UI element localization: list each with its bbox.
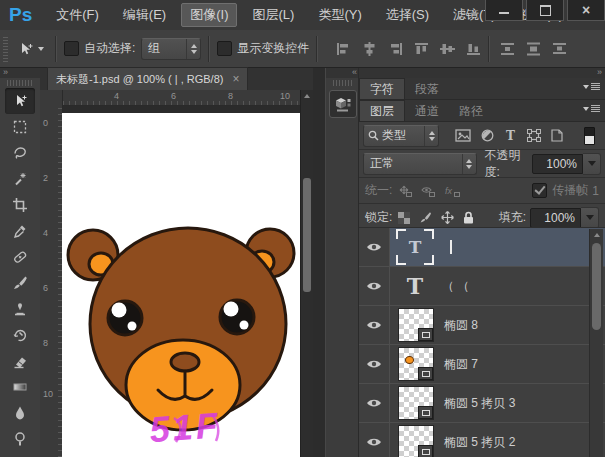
current-tool-preview[interactable]	[14, 41, 48, 57]
layers-panel-menu-button[interactable]	[583, 105, 600, 112]
magic-wand-tool-button[interactable]	[5, 166, 35, 192]
layer-visibility-toggle[interactable]	[359, 306, 390, 344]
layer-name[interactable]: 椭圆 7	[444, 356, 478, 373]
layer-row-shape[interactable]: 椭圆 7	[359, 345, 605, 384]
tab-channels[interactable]: 通道	[405, 101, 449, 121]
rectangular-marquee-tool-button[interactable]	[5, 114, 35, 140]
tab-paths[interactable]: 路径	[449, 101, 493, 121]
align-right-edges-button[interactable]	[387, 41, 403, 56]
layer-visibility-toggle[interactable]	[359, 384, 390, 422]
fill-value[interactable]: 100%	[530, 208, 581, 228]
unify-effects-icon[interactable]: fx	[444, 185, 460, 197]
layers-scrollbar-thumb[interactable]	[592, 243, 601, 330]
blur-tool-button[interactable]	[5, 400, 35, 426]
layer-row-text[interactable]: T （ （	[359, 267, 605, 306]
auto-select-target-dropdown[interactable]: 组	[141, 38, 201, 60]
minimize-button[interactable]	[485, 0, 523, 21]
menu-file[interactable]: 文件(F)	[47, 3, 108, 27]
opacity-value[interactable]: 100%	[532, 154, 583, 174]
document-tab[interactable]: 未标题-1.psd @ 100% ( | , RGB/8) ×	[47, 67, 248, 90]
layer-row-text-editing[interactable]: T	[359, 228, 605, 267]
menu-type[interactable]: 类型(Y)	[309, 3, 370, 27]
lock-image-pixels-icon[interactable]	[419, 211, 432, 224]
filter-shape-layers-icon[interactable]	[527, 129, 541, 142]
layer-row-shape[interactable]: 椭圆 5 拷贝 3	[359, 384, 605, 423]
gradient-tool-button[interactable]	[5, 374, 35, 400]
eraser-tool-button[interactable]	[5, 348, 35, 374]
unify-visibility-icon[interactable]	[421, 185, 435, 197]
horizontal-ruler[interactable]: 4 6 8 10	[63, 90, 301, 106]
filter-pixel-layers-icon[interactable]	[455, 129, 471, 142]
layer-name[interactable]: （ （	[442, 278, 469, 295]
fill-dropdown-button[interactable]	[581, 207, 599, 229]
tools-panel-expand[interactable]: »	[0, 68, 40, 78]
lasso-tool-button[interactable]	[5, 140, 35, 166]
panels-collapse[interactable]: »	[359, 68, 605, 78]
text-layer-thumbnail[interactable]: T	[398, 270, 432, 302]
shape-layer-thumbnail[interactable]	[398, 425, 434, 457]
propagate-frame-checkbox[interactable]	[532, 183, 547, 198]
show-transform-controls-checkbox[interactable]	[217, 41, 232, 56]
shape-layer-thumbnail[interactable]	[398, 308, 434, 342]
opacity-dropdown-button[interactable]	[583, 153, 601, 175]
brush-tool-button[interactable]	[5, 270, 35, 296]
layer-visibility-toggle[interactable]	[359, 345, 390, 383]
menu-image[interactable]: 图像(I)	[181, 3, 237, 27]
menu-select[interactable]: 选择(S)	[377, 3, 438, 27]
lock-position-icon[interactable]	[441, 211, 454, 224]
dock-grip[interactable]	[333, 80, 352, 86]
layer-row-shape[interactable]: 椭圆 8	[359, 306, 605, 345]
filter-adjustment-layers-icon[interactable]	[481, 129, 494, 142]
layer-visibility-toggle[interactable]	[359, 228, 390, 266]
filter-type-layers-icon[interactable]: T	[504, 129, 517, 142]
layer-visibility-toggle[interactable]	[359, 423, 390, 457]
layers-scrollbar[interactable]	[589, 229, 603, 457]
dock-collapse[interactable]: «	[326, 68, 359, 78]
filter-kind-dropdown[interactable]: 类型	[363, 125, 439, 147]
options-bar-grip[interactable]	[3, 36, 8, 62]
shape-layer-thumbnail[interactable]	[398, 347, 434, 381]
layer-name[interactable]: 椭圆 5 拷贝 2	[444, 434, 515, 451]
3d-panel-button[interactable]	[329, 90, 357, 118]
scroll-up-icon[interactable]	[301, 90, 313, 102]
align-vertical-centers-button[interactable]	[439, 41, 455, 56]
align-horizontal-centers-button[interactable]	[361, 41, 377, 56]
layer-visibility-toggle[interactable]	[359, 267, 390, 305]
character-panel-menu-button[interactable]	[583, 83, 600, 90]
history-brush-tool-button[interactable]	[5, 322, 35, 348]
vertical-ruler[interactable]: 0 2 4 6 8 10	[40, 106, 63, 457]
lock-transparent-pixels-icon[interactable]	[398, 212, 410, 224]
unify-position-icon[interactable]	[398, 185, 412, 197]
distribute-bottom-edges-button[interactable]	[551, 41, 567, 56]
layer-name[interactable]: 椭圆 8	[444, 317, 478, 334]
menu-edit[interactable]: 编辑(E)	[114, 3, 175, 27]
document-canvas[interactable]: 51F	[62, 113, 301, 457]
scroll-up-icon[interactable]	[590, 229, 603, 241]
layer-row-shape[interactable]: 椭圆 5 拷贝 2	[359, 423, 605, 457]
eyedropper-tool-button[interactable]	[5, 218, 35, 244]
panel-divider[interactable]	[313, 68, 325, 457]
spot-healing-brush-tool-button[interactable]	[5, 244, 35, 270]
crop-tool-button[interactable]	[5, 192, 35, 218]
auto-select-checkbox[interactable]	[64, 41, 79, 56]
blend-mode-dropdown[interactable]: 正常	[363, 153, 477, 175]
filter-smart-object-icon[interactable]	[551, 129, 563, 142]
maximize-button[interactable]	[526, 0, 564, 21]
tab-character[interactable]: 字符	[359, 78, 405, 99]
shape-layer-thumbnail[interactable]	[398, 386, 434, 420]
clone-stamp-tool-button[interactable]	[5, 296, 35, 322]
layer-name[interactable]: 椭圆 5 拷贝 3	[444, 395, 515, 412]
align-bottom-edges-button[interactable]	[465, 41, 481, 56]
distribute-top-edges-button[interactable]	[499, 41, 515, 56]
filter-toggle-switch[interactable]	[584, 127, 595, 145]
ruler-origin-corner[interactable]	[40, 90, 63, 107]
tab-close-icon[interactable]: ×	[232, 73, 239, 85]
tab-paragraph[interactable]: 段落	[405, 79, 449, 99]
align-top-edges-button[interactable]	[413, 41, 429, 56]
align-left-edges-button[interactable]	[335, 41, 351, 56]
lock-all-icon[interactable]	[463, 211, 474, 224]
close-button[interactable]: ×	[567, 0, 605, 21]
move-tool-button[interactable]	[5, 88, 35, 114]
dodge-tool-button[interactable]	[5, 426, 35, 452]
tools-panel-grip[interactable]	[7, 80, 33, 86]
